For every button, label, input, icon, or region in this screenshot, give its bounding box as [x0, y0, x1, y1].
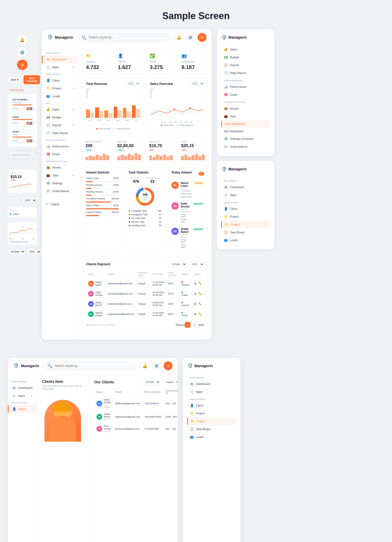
right-nav-sales[interactable]: 💰 Sales	[221, 45, 270, 53]
right-nav-project-1[interactable]: 📁 Project	[221, 213, 270, 221]
sidebar-item-client[interactable]: 👤 Client	[42, 77, 78, 84]
second-sidebar-client[interactable]: 👤 Client	[8, 405, 37, 413]
year-select[interactable]: 2022	[189, 262, 204, 267]
edit-button[interactable]: ✏️	[198, 302, 202, 306]
page-2-button[interactable]: 2	[192, 322, 197, 328]
edit-button[interactable]: ✏️	[198, 292, 202, 296]
sidebar-item-project[interactable]: 📁 Project ▾	[42, 84, 78, 92]
all-data-select[interactable]: All Data	[168, 262, 187, 267]
sidebar-label-sales: Sales	[52, 108, 60, 111]
year-filter-2[interactable]: 2022	[27, 249, 41, 254]
row-paid-amount: $170	[166, 289, 179, 299]
sidebar-item-apps[interactable]: ◻ Apps ▾	[42, 63, 78, 71]
all-data-filter[interactable]: All Data	[8, 249, 25, 254]
notification-button[interactable]: 🔔	[175, 33, 183, 42]
sidebar-item-settings[interactable]: ⚙️ Settings	[42, 179, 78, 187]
delete-button[interactable]: 🗑	[194, 292, 197, 296]
right-nav-client[interactable]: 👤 Client	[221, 205, 270, 213]
second-settings-button[interactable]: ⚙️	[152, 362, 160, 370]
sort-button[interactable]: Sort ▾	[8, 77, 21, 83]
sidebar-item-jobs[interactable]: 💼 Jobs ▾	[42, 171, 78, 179]
clients-now-subtitle: Give the best service to get him to subs…	[42, 385, 84, 390]
sidebar-item-dashboard[interactable]: ⊞ Dashboard	[42, 55, 78, 63]
clients-month-select[interactable]: August	[163, 379, 178, 385]
settings-icon: ⚙️	[46, 181, 50, 185]
sidebar-item-leads[interactable]: 👥 Leads	[42, 92, 78, 100]
sidebar-item-performance[interactable]: 📊 Performance	[42, 142, 78, 150]
sidebar: MAIN MENU ⊞ Dashboard ◻ Apps ▾ EMPLOYEES…	[42, 46, 78, 339]
notification-icon-left[interactable]: 🔔	[17, 34, 27, 45]
sidebar-item-sales[interactable]: 💰 Sales ▾	[42, 106, 78, 113]
sidebar-item-payroll[interactable]: 📋 Payroll ▾	[42, 121, 78, 129]
right-settings-company-icon: ⚙️	[224, 137, 228, 141]
new-template-button[interactable]: New Template	[24, 75, 40, 84]
prev-button[interactable]: Previous	[178, 322, 184, 328]
right-nav-assets[interactable]: 📦 Assets	[221, 105, 270, 112]
second-right-nav-client[interactable]: 👤 Client	[187, 402, 236, 410]
right-nav-settings-company[interactable]: ⚙️ Settings Company	[221, 135, 270, 143]
delete-button[interactable]: 🗑	[194, 282, 197, 285]
second-right-nav-task-board[interactable]: 📋 Task Board	[187, 425, 236, 433]
right-nav-subscriptions[interactable]: 📰 Subscriptions	[221, 143, 270, 151]
right-nav-goals[interactable]: 🎯 Goals	[221, 91, 270, 99]
second-search-input[interactable]	[55, 364, 132, 368]
sidebar-item-daily-report[interactable]: 🕐 Daily Report	[42, 129, 78, 137]
right-nav-daily-report[interactable]: 🕐 Daily Report	[221, 69, 270, 77]
delete-button[interactable]: 🗑	[194, 313, 197, 316]
sidebar-item-subscriptions[interactable]: 📰 Subscriptions	[42, 187, 78, 195]
right-nav-performance[interactable]: 📊 Performance	[221, 83, 270, 91]
right-nav-project-2[interactable]: 📁 Project	[221, 221, 270, 228]
second-right-nav-apps[interactable]: ◻ Apps	[187, 388, 236, 396]
delete-button[interactable]: 🗑	[194, 302, 197, 306]
right-nav-user-dashboard[interactable]: User Dashboard	[221, 120, 270, 128]
next-button[interactable]: Next	[198, 322, 204, 328]
search-input[interactable]	[89, 36, 166, 39]
second-right-nav-project[interactable]: 📁 Project	[187, 410, 236, 417]
right-nav-jobs[interactable]: 💼 Jobs	[221, 112, 270, 120]
sales-year-select[interactable]: 2022	[189, 81, 204, 86]
right-nav-task-board[interactable]: 📋 Task Board	[221, 228, 270, 236]
sidebar-label-assets: Assets	[52, 166, 61, 169]
edit-button[interactable]: ✏️	[198, 313, 202, 316]
right-nav-apps[interactable]: ◻ Apps	[221, 191, 270, 199]
add-new-task-link[interactable]: + Add new task	[8, 89, 37, 91]
second-sidebar-apps[interactable]: ◻ Apps ▾	[8, 392, 37, 400]
second-sidebar-dashboard[interactable]: ⊞ Dashboard	[8, 384, 37, 392]
right-nav-job-dashboard[interactable]: Job Dashboard	[221, 128, 270, 135]
right-main-menu-label: MAIN MENU	[221, 177, 270, 183]
second-search-bar[interactable]: 🔍	[43, 362, 136, 370]
right-nav-budget[interactable]: 💵 Budget	[221, 53, 270, 61]
task-item[interactable]: uduct 10/10 A B	[10, 114, 34, 127]
second-right-logo: 🛡️ Managerin	[187, 363, 236, 369]
second-notification-button[interactable]: 🔔	[141, 362, 149, 370]
year-filter-left[interactable]: 2022	[22, 198, 37, 203]
logout-item[interactable]: ↩ Logout	[42, 200, 78, 208]
right-nav-dashboard[interactable]: ⊞ Dashboard	[221, 183, 270, 191]
second-right-nav-leads[interactable]: 👥 Leads	[187, 433, 236, 441]
revenue-year-select[interactable]: 2022	[125, 81, 140, 86]
task-item[interactable]: anner nning 10/10 A B	[10, 129, 34, 144]
page-1-button[interactable]: 1	[185, 322, 191, 328]
settings-icon-left[interactable]: ⚙️	[17, 47, 27, 57]
right-nav-leads[interactable]: 👥 Leads	[221, 236, 270, 244]
second-right-dashboard-icon: ⊞	[190, 382, 194, 386]
refresh-button[interactable]: ⚙️	[186, 33, 194, 42]
user-avatar[interactable]: U	[198, 33, 206, 42]
search-bar[interactable]: 🔍	[77, 33, 170, 42]
task-item[interactable]: uct to Market campaign 10/10 A B	[10, 97, 34, 112]
sidebar-item-budget[interactable]: 💵 Budget	[42, 113, 78, 121]
second-user-avatar[interactable]: U	[164, 361, 172, 370]
project-chevron-icon: ▾	[73, 87, 74, 90]
sidebar-item-goals[interactable]: 🎯 Goals	[42, 150, 78, 158]
right-nav-payroll[interactable]: 📋 Payroll	[221, 61, 270, 69]
sidebar-label-performance: Performance	[52, 145, 69, 148]
metric-earnings: Earnings $2,80,00 +20%	[114, 137, 144, 163]
logo-text: Managerin	[55, 35, 73, 39]
edit-button[interactable]: ✏️	[198, 282, 202, 285]
sidebar-item-assets[interactable]: 📦 Assets	[42, 164, 78, 171]
drag-area[interactable]: ag your task here....	[8, 151, 37, 159]
avatar-left[interactable]: U	[17, 60, 27, 70]
second-right-nav-dashboard[interactable]: ⊞ Dashboard	[187, 380, 236, 388]
second-right-nav-project-active[interactable]: 📁 Project	[187, 417, 236, 425]
clients-all-data-select[interactable]: All Data	[142, 379, 160, 385]
